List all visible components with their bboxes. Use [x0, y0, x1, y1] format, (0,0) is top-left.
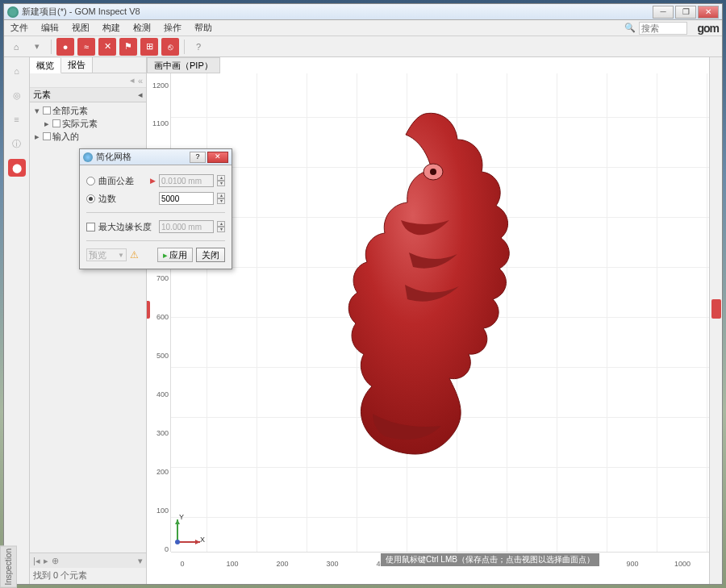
svg-point-1 [430, 169, 436, 175]
rail-active-icon[interactable]: ⬤ [8, 159, 26, 177]
nav-fwd-icon[interactable]: « [138, 76, 143, 85]
lower-add-icon[interactable]: ⊕ [52, 556, 59, 566]
inspection-tab[interactable]: Inspection [0, 546, 17, 588]
ruler-tick: 300 [156, 429, 169, 437]
tree-node[interactable]: ▸ 实际元素 [30, 117, 146, 130]
radio-edges[interactable] [86, 194, 95, 203]
ruler-tick: 400 [156, 390, 169, 398]
dialog-help-button[interactable]: ? [190, 152, 206, 163]
ruler-tick: 200 [276, 560, 288, 568]
left-rail: ⌂ ◎ ≡ ⓘ ⬤ [4, 57, 30, 584]
menu-view[interactable]: 视图 [69, 20, 93, 35]
toolbar-flag-icon[interactable]: ⚑ [119, 38, 137, 56]
viewport-tab[interactable]: 画中画（PIP） [147, 57, 220, 73]
apply-label: 应用 [169, 249, 187, 261]
tree-label: 全部元素 [52, 105, 88, 117]
maxlen-input[interactable]: 10.000 mm [159, 220, 214, 233]
panel-drag-handle[interactable] [147, 301, 150, 319]
lower-status: 找到 0 个元素 [30, 568, 146, 584]
tree-node[interactable]: ▸ 输入的 [30, 130, 146, 143]
minimize-button[interactable]: ─ [653, 6, 674, 19]
tree-node[interactable]: ▾ 全部元素 [30, 104, 146, 117]
ruler-tick: 300 [326, 560, 338, 568]
preview-combo[interactable]: 预览 ▼ [86, 248, 127, 261]
radio-edges-label: 边数 [98, 193, 156, 205]
close-label: 关闭 [202, 249, 219, 261]
toolbar-home-icon[interactable]: ⌂ [7, 38, 25, 56]
menu-build[interactable]: 构建 [99, 20, 123, 35]
toolbar: ⌂ ▾ ● ≈ ✕ ⚑ ⊞ ⎋ ? [4, 36, 722, 57]
ruler-tick: 1100 [152, 119, 169, 127]
viewport[interactable]: 画中画（PIP） 1200110010009008007006005004003… [147, 57, 709, 584]
tree-label: 输入的 [52, 131, 79, 143]
chevron-down-icon: ▼ [118, 252, 124, 259]
ruler-tick: 200 [156, 468, 169, 476]
tree-toggle-icon[interactable]: ▾ [33, 106, 41, 116]
tree-checkbox[interactable] [43, 106, 51, 115]
close-button[interactable]: ✕ [698, 6, 719, 19]
warning-icon: ⚠ [130, 249, 139, 261]
gom-logo: gom [697, 22, 719, 35]
axes-gizmo[interactable]: X Y [171, 516, 203, 548]
dialog-close-button[interactable]: ✕ [207, 152, 228, 163]
toolbar-mesh-icon[interactable]: ≈ [77, 38, 95, 56]
element-tree: ▾ 全部元素 ▸ 实际元素 ▸ 输入的 [30, 102, 146, 144]
tree-checkbox[interactable] [43, 132, 51, 140]
tolerance-value: 0.0100 mm [161, 177, 211, 186]
tolerance-input[interactable]: 0.0100 mm [159, 174, 214, 187]
lower-prev-icon[interactable]: |◂ [33, 556, 40, 566]
maxlen-spinner[interactable]: ▴▾ [217, 221, 225, 232]
menu-edit[interactable]: 编辑 [38, 20, 62, 35]
menu-help[interactable]: 帮助 [191, 20, 215, 35]
rail-info-icon[interactable]: ⓘ [8, 135, 26, 152]
checkbox-maxlen[interactable] [86, 223, 95, 231]
ruler-tick: 1200 [152, 81, 169, 90]
rail-stack-icon[interactable]: ≡ [8, 111, 26, 128]
tree-toggle-icon[interactable]: ▸ [33, 131, 41, 142]
radio-tolerance-label: 曲面公差 [98, 175, 147, 187]
panel-title: 元素 [33, 89, 51, 101]
toolbar-cross-icon[interactable]: ✕ [98, 38, 116, 56]
ruler-tick: 700 [156, 274, 169, 282]
tolerance-spinner[interactable]: ▴▾ [217, 175, 225, 186]
rail-target-icon[interactable]: ◎ [8, 86, 26, 104]
simplify-mesh-dialog: 简化网格 ? ✕ 曲面公差 ▶ 0.0100 mm ▴▾ 边数 5000 ▴▾ … [79, 148, 232, 269]
lower-panel-head: |◂ ▸ ⊕ ▾ [30, 553, 146, 568]
tab-report[interactable]: 报告 [61, 57, 93, 73]
model-mesh[interactable] [328, 107, 522, 462]
toolbar-dropdown-icon[interactable]: ▾ [28, 38, 46, 56]
ruler-tick: 900 [626, 560, 638, 568]
panel-header[interactable]: 元素 ◂ [30, 88, 146, 102]
edges-input[interactable]: 5000 [159, 192, 214, 205]
maximize-button[interactable]: ❐ [675, 6, 696, 19]
search-input[interactable] [639, 22, 687, 35]
ruler-tick: 600 [156, 313, 169, 321]
panel-nav: ◂ « [30, 73, 146, 88]
toolbar-tool-icon[interactable]: ⊞ [140, 38, 158, 56]
menubar: 文件 编辑 视图 构建 检测 操作 帮助 🔍 gom [4, 20, 722, 36]
toolbar-last-icon[interactable]: ⎋ [161, 38, 179, 56]
ruler-tick: 0 [180, 560, 184, 568]
toolbar-sphere-icon[interactable]: ● [56, 38, 74, 56]
tab-overview[interactable]: 概览 [30, 58, 61, 73]
tree-checkbox[interactable] [52, 119, 60, 127]
menu-operate[interactable]: 操作 [161, 20, 185, 35]
apply-button[interactable]: ▸ 应用 [157, 248, 193, 262]
edges-spinner[interactable]: ▴▾ [217, 193, 225, 204]
axis-y-label: Y [179, 513, 184, 521]
viewport-hint: 使用鼠标键Ctrl LMB（保存点击；点击视图以选择曲面点） [381, 553, 599, 566]
menu-inspect[interactable]: 检测 [130, 20, 154, 35]
dialog-titlebar[interactable]: 简化网格 ? ✕ [80, 149, 232, 165]
nav-back-icon[interactable]: ◂ [130, 75, 135, 85]
tree-toggle-icon[interactable]: ▸ [43, 119, 51, 129]
rail-home-icon[interactable]: ⌂ [8, 62, 26, 80]
close-dialog-button[interactable]: 关闭 [196, 248, 225, 262]
radio-tolerance[interactable] [86, 177, 95, 186]
toolbar-help-icon[interactable]: ? [190, 38, 207, 56]
right-drag-handle[interactable] [711, 299, 721, 319]
menu-file[interactable]: 文件 [7, 20, 31, 35]
lower-menu-icon[interactable]: ▾ [138, 556, 143, 566]
titlebar: 新建项目(*) - GOM Inspect V8 ─ ❐ ✕ [4, 4, 722, 20]
panel-collapse-icon[interactable]: ◂ [138, 90, 143, 100]
lower-play-icon[interactable]: ▸ [44, 556, 48, 566]
